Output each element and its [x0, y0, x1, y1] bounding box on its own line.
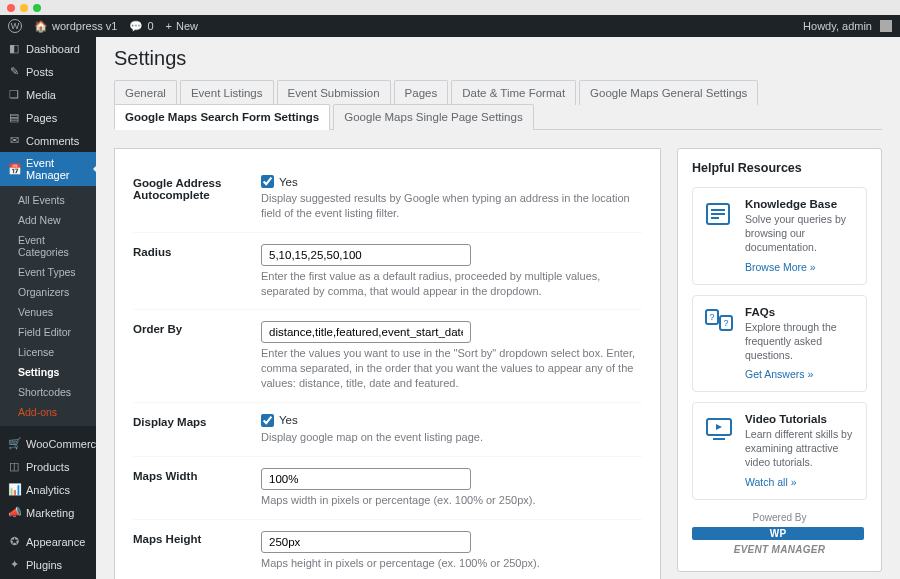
comments-link[interactable]: 💬 0 — [129, 20, 153, 33]
dashboard-icon: ◧ — [8, 42, 20, 55]
admin-sidebar: ◧Dashboard✎Posts❏Media▤Pages✉Comments📅Ev… — [0, 37, 96, 579]
analytics-icon: 📊 — [8, 483, 20, 496]
submenu-item-event-types[interactable]: Event Types — [0, 262, 96, 282]
sidebar-item-analytics[interactable]: 📊Analytics — [0, 478, 96, 501]
video-tutorials-icon — [703, 413, 735, 445]
submenu-item-license[interactable]: License — [0, 342, 96, 362]
resource-link-faqs[interactable]: Get Answers » — [745, 368, 813, 380]
mapwidth-input[interactable] — [261, 468, 471, 490]
radius-desc: Enter the first value as a default radiu… — [261, 269, 642, 299]
knowledge-base-icon — [703, 198, 735, 230]
radius-label: Radius — [133, 244, 261, 299]
sidebar-item-woocommerce[interactable]: 🛒WooCommerce — [0, 432, 96, 455]
mapheight-desc: Maps height in pixels or percentage (ex.… — [261, 556, 642, 571]
resource-link-knowledge-base[interactable]: Browse More » — [745, 261, 816, 273]
sidebar-item-comments[interactable]: ✉Comments — [0, 129, 96, 152]
resource-video-tutorials: Video TutorialsLearn different skills by… — [692, 402, 867, 500]
resources-card: Helpful Resources Knowledge BaseSolve yo… — [677, 148, 882, 572]
svg-text:?: ? — [723, 318, 728, 328]
orderby-label: Order By — [133, 321, 261, 391]
media-icon: ❏ — [8, 88, 20, 101]
site-name-link[interactable]: 🏠 wordpress v1 — [34, 20, 117, 33]
my-account-link[interactable]: Howdy, admin — [803, 20, 892, 32]
main-content: Settings GeneralEvent ListingsEvent Subm… — [96, 37, 900, 579]
tab-event-listings[interactable]: Event Listings — [180, 80, 274, 105]
autocomplete-field[interactable]: Yes — [261, 175, 642, 188]
products-icon: ◫ — [8, 460, 20, 473]
orderby-input[interactable] — [261, 321, 471, 343]
autocomplete-label: Google Address Autocomplete — [133, 175, 261, 221]
sidebar-item-appearance[interactable]: ✪Appearance — [0, 530, 96, 553]
pages-icon: ▤ — [8, 111, 20, 124]
submenu-item-shortcodes[interactable]: Shortcodes — [0, 382, 96, 402]
submenu-item-add-ons[interactable]: Add-ons — [0, 402, 96, 422]
displaymaps-field[interactable]: Yes — [261, 414, 642, 427]
close-window-icon[interactable] — [7, 4, 15, 12]
sidebar-item-plugins[interactable]: ✦Plugins — [0, 553, 96, 576]
sidebar-item-marketing[interactable]: 📣Marketing — [0, 501, 96, 524]
sidebar-item-dashboard[interactable]: ◧Dashboard — [0, 37, 96, 60]
marketing-icon: 📣 — [8, 506, 20, 519]
svg-marker-9 — [716, 424, 722, 430]
wp-logo[interactable]: W — [8, 19, 22, 33]
orderby-desc: Enter the values you want to use in the … — [261, 346, 642, 391]
mapwidth-label: Maps Width — [133, 468, 261, 508]
sidebar-item-pages[interactable]: ▤Pages — [0, 106, 96, 129]
comments-icon: ✉ — [8, 134, 20, 147]
window-titlebar — [0, 0, 900, 15]
mapwidth-desc: Maps width in pixels or percentage (ex. … — [261, 493, 642, 508]
resource-faqs: ??FAQsExplore through the frequently ask… — [692, 295, 867, 393]
maximize-window-icon[interactable] — [33, 4, 41, 12]
displaymaps-desc: Display google map on the event listing … — [261, 430, 642, 445]
resources-title: Helpful Resources — [692, 161, 867, 175]
submenu-item-venues[interactable]: Venues — [0, 302, 96, 322]
radius-input[interactable] — [261, 244, 471, 266]
resource-knowledge-base: Knowledge BaseSolve your queries by brow… — [692, 187, 867, 285]
tab-google-maps-single-page-settings[interactable]: Google Maps Single Page Settings — [333, 104, 533, 130]
submenu-item-all-events[interactable]: All Events — [0, 190, 96, 210]
mapheight-label: Maps Height — [133, 531, 261, 571]
appearance-icon: ✪ — [8, 535, 20, 548]
sidebar-item-products[interactable]: ◫Products — [0, 455, 96, 478]
tab-google-maps-general-settings[interactable]: Google Maps General Settings — [579, 80, 758, 105]
sidebar-item-media[interactable]: ❏Media — [0, 83, 96, 106]
autocomplete-desc: Display suggested results by Google when… — [261, 191, 642, 221]
tab-date-time-format[interactable]: Date & Time Format — [451, 80, 576, 105]
displaymaps-label: Display Maps — [133, 414, 261, 445]
submenu-item-field-editor[interactable]: Field Editor — [0, 322, 96, 342]
mapheight-input[interactable] — [261, 531, 471, 553]
svg-text:?: ? — [709, 312, 714, 322]
displaymaps-checkbox[interactable] — [261, 414, 274, 427]
submenu-item-add-new[interactable]: Add New — [0, 210, 96, 230]
brand-logo: WPEVENT MANAGER — [692, 527, 867, 555]
event-manager-submenu: All EventsAdd NewEvent CategoriesEvent T… — [0, 186, 96, 426]
faqs-icon: ?? — [703, 306, 735, 338]
admin-bar: W 🏠 wordpress v1 💬 0 + New Howdy, admin — [0, 15, 900, 37]
tab-general[interactable]: General — [114, 80, 177, 105]
resource-link-video-tutorials[interactable]: Watch all » — [745, 476, 797, 488]
sidebar-item-posts[interactable]: ✎Posts — [0, 60, 96, 83]
tab-pages[interactable]: Pages — [394, 80, 449, 105]
tab-google-maps-search-form-settings[interactable]: Google Maps Search Form Settings — [114, 104, 330, 130]
page-title: Settings — [114, 47, 882, 70]
new-content-link[interactable]: + New — [166, 20, 198, 32]
woocommerce-icon: 🛒 — [8, 437, 20, 450]
sidebar-item-event-manager[interactable]: 📅Event Manager — [0, 152, 96, 186]
powered-by-label: Powered By — [692, 512, 867, 523]
event-manager-icon: 📅 — [8, 163, 20, 176]
avatar — [880, 20, 892, 32]
plugins-icon: ✦ — [8, 558, 20, 571]
submenu-item-organizers[interactable]: Organizers — [0, 282, 96, 302]
submenu-item-settings[interactable]: Settings — [0, 362, 96, 382]
settings-tabs: GeneralEvent ListingsEvent SubmissionPag… — [114, 80, 882, 130]
autocomplete-checkbox[interactable] — [261, 175, 274, 188]
settings-form: Google Address Autocomplete Yes Display … — [114, 148, 661, 579]
tab-event-submission[interactable]: Event Submission — [277, 80, 391, 105]
submenu-item-event-categories[interactable]: Event Categories — [0, 230, 96, 262]
minimize-window-icon[interactable] — [20, 4, 28, 12]
posts-icon: ✎ — [8, 65, 20, 78]
